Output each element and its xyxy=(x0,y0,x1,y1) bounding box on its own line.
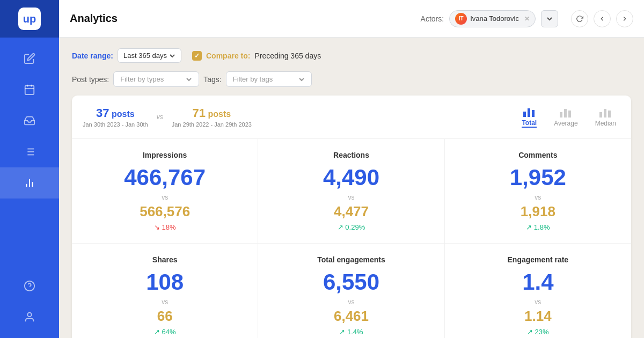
comments-label: Comments xyxy=(458,151,618,159)
median-chart-icon xyxy=(599,107,612,117)
current-posts-number: 37 xyxy=(96,106,109,120)
sidebar-item-help[interactable] xyxy=(0,270,59,302)
topbar: Analytics Actors: IT Ivana Todorovic ✕ xyxy=(59,0,644,38)
reactions-label: Reactions xyxy=(271,151,431,159)
back-icon xyxy=(598,15,606,23)
chevron-down-icon xyxy=(186,76,192,83)
stats-grid: Impressions 466,767 vs 566,576 ↘ 18% Rea… xyxy=(72,139,631,338)
total-engagements-label: Total engagements xyxy=(271,255,431,264)
logo-icon: up xyxy=(18,8,41,30)
refresh-button[interactable] xyxy=(571,10,588,27)
sidebar-nav xyxy=(0,38,59,270)
comments-compare: 1,918 xyxy=(458,203,618,220)
average-chart-icon xyxy=(559,107,572,117)
view-toggle-total[interactable]: Total xyxy=(517,104,541,130)
impressions-label: Impressions xyxy=(85,151,245,159)
svg-rect-20 xyxy=(564,109,567,117)
sidebar-item-profile[interactable] xyxy=(0,302,59,333)
compare-section: ✓ Compare to: Preceding 365 days xyxy=(192,51,321,61)
view-toggle-average[interactable]: Average xyxy=(550,105,582,129)
shares-change: ↗ 64% xyxy=(85,328,245,336)
tags-select[interactable]: Filter by tags xyxy=(226,71,312,87)
svg-rect-22 xyxy=(599,112,602,117)
actors-label: Actors: xyxy=(421,14,444,23)
date-range-label: Date range: xyxy=(72,52,113,60)
svg-rect-18 xyxy=(532,110,535,117)
actor-chip[interactable]: IT Ivana Todorovic ✕ xyxy=(449,10,536,27)
svg-rect-24 xyxy=(608,111,611,117)
average-toggle-label: Average xyxy=(554,120,577,127)
analytics-icon xyxy=(24,177,35,189)
svg-rect-19 xyxy=(560,112,562,117)
sidebar-item-analytics[interactable] xyxy=(0,167,59,199)
filter-bar: Date range: Last 365 days ✓ Compare to: … xyxy=(72,48,631,63)
chevron-down-icon xyxy=(169,53,175,59)
svg-rect-0 xyxy=(25,86,34,95)
post-types-placeholder: Filter by types xyxy=(120,75,164,83)
reactions-vs: vs xyxy=(271,194,431,201)
svg-point-15 xyxy=(27,313,31,317)
date-range-picker[interactable]: Last 365 days xyxy=(118,48,181,63)
shares-value: 108 xyxy=(85,269,245,295)
date-range-section: Date range: Last 365 days xyxy=(72,48,181,63)
view-toggle-median[interactable]: Median xyxy=(591,105,620,129)
posts-current: 37 posts Jan 30th 2023 - Jan 30th xyxy=(83,106,148,128)
total-engagements-compare: 6,461 xyxy=(271,308,431,325)
sidebar-item-inbox[interactable] xyxy=(0,105,59,136)
shares-vs: vs xyxy=(85,298,245,306)
actor-remove-button[interactable]: ✕ xyxy=(524,15,530,23)
vs-text: vs xyxy=(157,113,163,121)
avatar: IT xyxy=(455,13,467,25)
forward-button[interactable] xyxy=(616,10,633,27)
impressions-compare: 566,576 xyxy=(85,203,245,220)
comments-change: ↗ 1.8% xyxy=(458,223,618,231)
post-types-section: Post types: Filter by types Tags: Filter… xyxy=(72,71,631,87)
stat-impressions: Impressions 466,767 vs 566,576 ↘ 18% xyxy=(72,139,258,244)
shares-compare: 66 xyxy=(85,308,245,325)
total-chart-icon xyxy=(523,106,536,117)
calendar-icon xyxy=(24,84,35,95)
sidebar-item-calendar[interactable] xyxy=(0,74,59,105)
sidebar-item-edit[interactable] xyxy=(0,43,59,74)
chevron-down-icon xyxy=(298,76,305,83)
sidebar-item-queue[interactable] xyxy=(0,136,59,167)
back-button[interactable] xyxy=(594,10,611,27)
stat-total-engagements: Total engagements 6,550 vs 6,461 ↗ 1.4% xyxy=(258,244,444,338)
comments-value: 1,952 xyxy=(458,165,618,190)
actors-section: Actors: IT Ivana Todorovic ✕ xyxy=(421,10,558,27)
chevron-down-icon xyxy=(546,16,553,22)
impressions-vs: vs xyxy=(85,194,245,201)
reactions-compare: 4,477 xyxy=(271,203,431,220)
compare-checkbox[interactable]: ✓ xyxy=(192,51,202,61)
current-posts-word: posts xyxy=(112,109,135,119)
compare-posts-word: posts xyxy=(208,109,231,119)
post-types-label: Post types: xyxy=(72,75,109,84)
svg-rect-23 xyxy=(604,109,606,117)
compare-value: Preceding 365 days xyxy=(254,52,321,60)
profile-icon xyxy=(24,311,35,323)
sidebar-bottom xyxy=(0,270,59,338)
forward-icon xyxy=(621,15,628,23)
impressions-value: 466,767 xyxy=(85,165,245,190)
total-engagements-vs: vs xyxy=(271,298,431,306)
tags-label: Tags: xyxy=(203,75,221,84)
actor-name: Ivana Todorovic xyxy=(470,14,519,23)
engagement-rate-compare: 1.14 xyxy=(458,308,618,325)
compare-posts-number: 71 xyxy=(193,106,206,120)
actors-dropdown-button[interactable] xyxy=(541,10,558,27)
median-toggle-label: Median xyxy=(595,120,616,127)
post-types-select[interactable]: Filter by types xyxy=(113,71,199,87)
view-toggles: Total Average xyxy=(517,104,620,130)
engagement-rate-change: ↗ 23% xyxy=(458,328,618,336)
stats-card: 37 posts Jan 30th 2023 - Jan 30th vs 71 … xyxy=(72,95,631,338)
edit-icon xyxy=(24,53,35,64)
queue-icon xyxy=(24,146,35,158)
engagement-rate-label: Engagement rate xyxy=(458,255,618,264)
stat-engagement-rate: Engagement rate 1.4 vs 1.14 ↗ 23% xyxy=(445,244,631,338)
svg-rect-16 xyxy=(523,112,526,117)
total-engagements-value: 6,550 xyxy=(271,269,431,295)
date-range-value-text: Last 365 days xyxy=(123,52,167,60)
stat-reactions: Reactions 4,490 vs 4,477 ↗ 0.29% xyxy=(258,139,444,244)
content-area: Date range: Last 365 days ✓ Compare to: … xyxy=(59,38,644,338)
posts-comparison: 37 posts Jan 30th 2023 - Jan 30th vs 71 … xyxy=(83,106,252,128)
